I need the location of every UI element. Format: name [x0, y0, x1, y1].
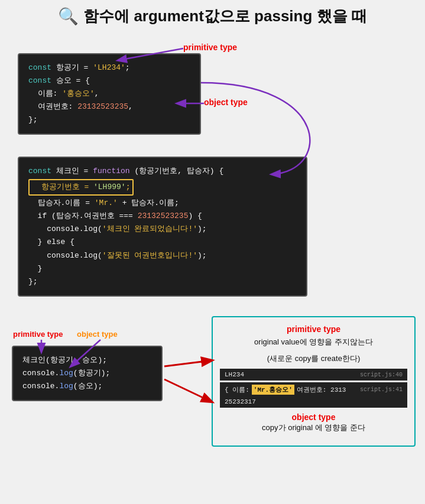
middle-code-block: const 체크인 = function (항공기번호, 탑승자) { 항공기번… — [18, 157, 307, 297]
page-title: 함수에 argument값으로 passing 했을 때 — [83, 6, 367, 27]
panel-desc-1: original value에 영향을 주지않는다 — [220, 336, 407, 348]
code-bottom-1: 체크인(항공기, 승오); — [22, 354, 152, 367]
code-middle-7: console.log('잘못된 여권번호입니다!'); — [28, 249, 297, 262]
code-middle-4: if (탑승자.여권번호 === 23132523235) { — [28, 210, 297, 223]
code-middle-9: }; — [28, 275, 297, 288]
console-line-2: { 이름: 'Mr.홍승오' 여권번호: 2313 script.js:41 2… — [220, 382, 407, 408]
console-file-2: script.js:41 — [360, 386, 403, 393]
panel-label-object: object type — [220, 412, 407, 422]
code-middle-1: const 체크인 = function (항공기번호, 탑승자) { — [28, 165, 297, 178]
code-bottom-3: console.log(승오); — [22, 380, 152, 393]
console-line-1: LH234 script.js:40 — [220, 369, 407, 381]
panel-label-primitive: primitive type — [220, 324, 407, 334]
code-line-2: const 승오 = { — [28, 74, 190, 87]
top-code-block: const 항공기 = 'LH234'; const 승오 = { 이름: '홍… — [18, 53, 201, 135]
code-bottom-2: console.log(항공기); — [22, 367, 152, 380]
bottom-right-panel: primitive type original value에 영향을 주지않는다… — [212, 316, 416, 447]
code-line-3: 이름: '홍승오', — [28, 87, 190, 100]
code-middle-5: console.log('체크인 완료되었습니다!'); — [28, 223, 297, 236]
code-middle-3: 탑승자.이름 = 'Mr.' + 탑승자.이름; — [28, 197, 297, 210]
code-middle-8: } — [28, 262, 297, 275]
console-suffix-2: 여권번호: 2313 — [297, 385, 346, 394]
console-prefix-2: { 이름: — [225, 385, 249, 394]
code-middle-2: 항공기번호 = 'LH999'; — [28, 179, 134, 196]
search-icon: 🔍 — [58, 6, 79, 27]
code-line-5: }; — [28, 113, 190, 126]
label-primitive-bottom-left: primitive type — [13, 330, 63, 339]
console-value-1: LH234 — [225, 371, 244, 378]
panel-desc-2: (새로운 copy를 create한다) — [220, 353, 407, 365]
code-middle-6: } else { — [28, 236, 297, 249]
code-line-1: const 항공기 = 'LH234'; — [28, 61, 190, 74]
label-primitive-type-top: primitive type — [183, 43, 237, 52]
title-bar: 🔍 함수에 argument값으로 passing 했을 때 — [6, 6, 419, 27]
page-container: 🔍 함수에 argument값으로 passing 했을 때 const 항공기… — [0, 0, 425, 504]
code-line-4: 여권번호: 23132523235, — [28, 100, 190, 113]
console-highlight-2: 'Mr.홍승오' — [252, 385, 294, 395]
bottom-left-code-block: 체크인(항공기, 승오); console.log(항공기); console.… — [12, 346, 163, 401]
panel-desc-3: copy가 original 에 영향을 준다 — [220, 422, 407, 434]
label-object-type-top: object type — [204, 97, 248, 107]
console-file-1: script.js:40 — [360, 372, 403, 378]
console-line-3-val: 25232317 — [225, 398, 256, 405]
label-object-bottom-left: object type — [77, 330, 118, 339]
